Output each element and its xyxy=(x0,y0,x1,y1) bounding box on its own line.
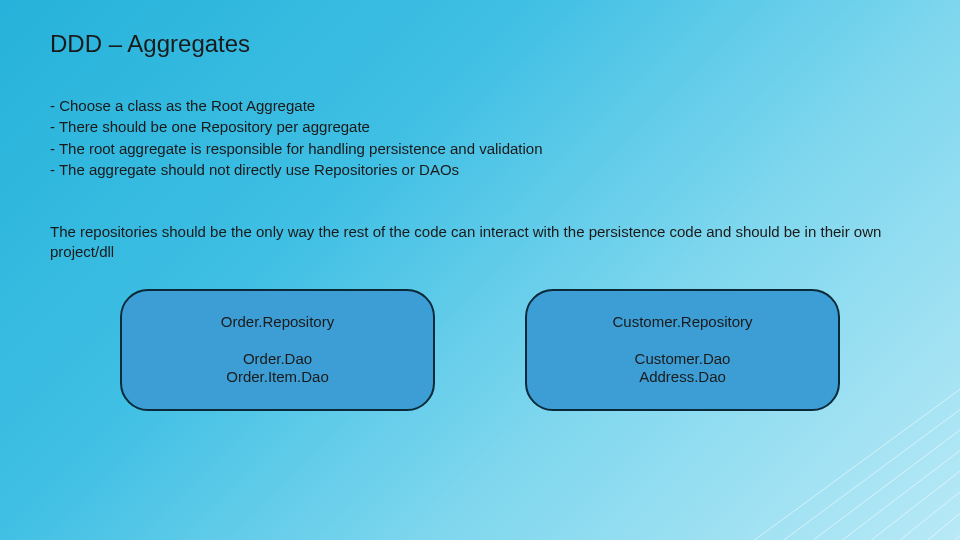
svg-line-5 xyxy=(850,460,960,540)
slide: DDD – Aggregates - Choose a class as the… xyxy=(0,0,960,540)
bullet-item: - Choose a class as the Root Aggregate xyxy=(50,96,910,116)
bullet-item: - There should be one Repository per agg… xyxy=(50,117,910,137)
dao-name: Customer.Dao xyxy=(539,350,826,369)
dao-name: Order.Dao xyxy=(134,350,421,369)
svg-line-6 xyxy=(880,480,960,540)
svg-line-2 xyxy=(760,400,960,540)
slide-title: DDD – Aggregates xyxy=(50,30,910,58)
repository-name: Order.Repository xyxy=(134,313,421,330)
repository-box-order: Order.Repository Order.Dao Order.Item.Da… xyxy=(120,289,435,412)
bullet-list: - Choose a class as the Root Aggregate -… xyxy=(50,96,910,180)
body-paragraph: The repositories should be the only way … xyxy=(50,222,910,263)
svg-line-3 xyxy=(790,420,960,540)
svg-line-7 xyxy=(910,500,960,540)
bullet-item: - The root aggregate is responsible for … xyxy=(50,139,910,159)
dao-list: Customer.Dao Address.Dao xyxy=(539,350,826,388)
repository-boxes-row: Order.Repository Order.Dao Order.Item.Da… xyxy=(50,289,910,412)
repository-box-customer: Customer.Repository Customer.Dao Address… xyxy=(525,289,840,412)
bullet-item: - The aggregate should not directly use … xyxy=(50,160,910,180)
dao-name: Order.Item.Dao xyxy=(134,368,421,387)
repository-name: Customer.Repository xyxy=(539,313,826,330)
dao-list: Order.Dao Order.Item.Dao xyxy=(134,350,421,388)
svg-line-4 xyxy=(820,440,960,540)
dao-name: Address.Dao xyxy=(539,368,826,387)
